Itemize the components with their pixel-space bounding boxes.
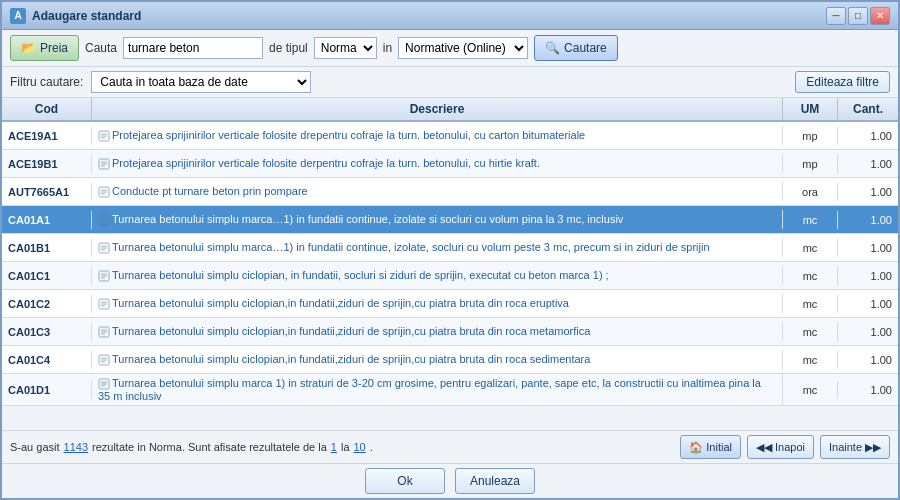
source-combo[interactable]: Normative (Online) bbox=[398, 37, 528, 59]
cell-um: mc bbox=[783, 211, 838, 229]
status-suffix: . bbox=[370, 441, 373, 453]
cell-cod: CA01C2 bbox=[2, 295, 92, 313]
cell-um: mc bbox=[783, 323, 838, 341]
window-icon: A bbox=[10, 8, 26, 24]
cautare-button[interactable]: 🔍 Cautare bbox=[534, 35, 618, 61]
anuleaza-button[interactable]: Anuleaza bbox=[455, 468, 535, 494]
cell-desc: Turnarea betonului simplu marca 1) in st… bbox=[92, 374, 783, 405]
tipo-label: de tipul bbox=[269, 41, 308, 55]
initial-button[interactable]: 🏠 Initial bbox=[680, 435, 741, 459]
table-row[interactable]: ACE19B1 Protejarea sprijinirilor vertica… bbox=[2, 150, 898, 178]
cell-um: mc bbox=[783, 351, 838, 369]
cell-desc: Conducte pt turnare beton prin pompare bbox=[92, 182, 783, 201]
window-controls: ─ □ ✕ bbox=[826, 7, 890, 25]
status-from[interactable]: 1 bbox=[331, 441, 337, 453]
cell-desc: Turnarea betonului simplu ciclopian,in f… bbox=[92, 350, 783, 369]
minimize-button[interactable]: ─ bbox=[826, 7, 846, 25]
col-um: UM bbox=[783, 98, 838, 120]
cell-cant: 1.00 bbox=[838, 381, 898, 399]
in-label: in bbox=[383, 41, 392, 55]
cell-cant: 1.00 bbox=[838, 295, 898, 313]
table-row[interactable]: CA01C2 Turnarea betonului simplu ciclopi… bbox=[2, 290, 898, 318]
cell-cod: CA01A1 bbox=[2, 211, 92, 229]
filter-bar: Filtru cautare: Cauta in toata baza de d… bbox=[2, 67, 898, 98]
cell-desc: Turnarea betonului simplu ciclopian, in … bbox=[92, 266, 783, 285]
back-icon: ◀◀ bbox=[756, 441, 772, 454]
table-container: Cod Descriere UM Cant. ACE19A1 Protejare… bbox=[2, 98, 898, 430]
cell-desc: Protejarea sprijinirilor verticale folos… bbox=[92, 154, 783, 173]
cell-um: ora bbox=[783, 183, 838, 201]
status-count[interactable]: 1143 bbox=[64, 441, 88, 453]
col-cant: Cant. bbox=[838, 98, 898, 120]
cell-cod: CA01D1 bbox=[2, 381, 92, 399]
table-body: ACE19A1 Protejarea sprijinirilor vertica… bbox=[2, 122, 898, 430]
ok-button[interactable]: Ok bbox=[365, 468, 445, 494]
cell-cant: 1.00 bbox=[838, 239, 898, 257]
forward-icon: ▶▶ bbox=[865, 441, 881, 454]
window-title: Adaugare standard bbox=[32, 9, 826, 23]
title-bar: A Adaugare standard ─ □ ✕ bbox=[2, 2, 898, 30]
cell-desc: Turnarea betonului simplu marca…1) in fu… bbox=[92, 238, 783, 257]
table-row[interactable]: CA01C3 Turnarea betonului simplu ciclopi… bbox=[2, 318, 898, 346]
tipo-combo[interactable]: Norma bbox=[314, 37, 377, 59]
maximize-button[interactable]: □ bbox=[848, 7, 868, 25]
toolbar: 📂 Preia Cauta de tipul Norma in Normativ… bbox=[2, 30, 898, 67]
status-middle: rezultate in Norma. Sunt afisate rezulta… bbox=[92, 441, 327, 453]
cell-cod: ACE19A1 bbox=[2, 127, 92, 145]
cell-cant: 1.00 bbox=[838, 351, 898, 369]
table-row[interactable]: ACE19A1 Protejarea sprijinirilor vertica… bbox=[2, 122, 898, 150]
search-icon: 🔍 bbox=[545, 41, 560, 55]
cell-um: mc bbox=[783, 295, 838, 313]
table-row[interactable]: CA01B1 Turnarea betonului simplu marca…1… bbox=[2, 234, 898, 262]
col-cod: Cod bbox=[2, 98, 92, 120]
cell-cant: 1.00 bbox=[838, 211, 898, 229]
table-header: Cod Descriere UM Cant. bbox=[2, 98, 898, 122]
cell-um: mp bbox=[783, 127, 838, 145]
table-row[interactable]: CA01A1 Turnarea betonului simplu marca…1… bbox=[2, 206, 898, 234]
inainte-button[interactable]: Inainte ▶▶ bbox=[820, 435, 890, 459]
cell-cant: 1.00 bbox=[838, 267, 898, 285]
status-sep: la bbox=[341, 441, 350, 453]
filter-combo[interactable]: Cauta in toata baza de date bbox=[91, 71, 311, 93]
home-icon: 🏠 bbox=[689, 441, 703, 454]
status-prefix: S-au gasit bbox=[10, 441, 60, 453]
cell-cod: CA01C1 bbox=[2, 267, 92, 285]
col-desc: Descriere bbox=[92, 98, 783, 120]
close-button[interactable]: ✕ bbox=[870, 7, 890, 25]
main-window: A Adaugare standard ─ □ ✕ 📂 Preia Cauta … bbox=[0, 0, 900, 500]
cell-desc: Turnarea betonului simplu ciclopian,in f… bbox=[92, 322, 783, 341]
cell-um: mc bbox=[783, 381, 838, 399]
cell-um: mc bbox=[783, 239, 838, 257]
cell-desc: Turnarea betonului simplu marca…1) in fu… bbox=[92, 210, 783, 229]
preia-icon: 📂 bbox=[21, 41, 36, 55]
cell-cod: CA01C3 bbox=[2, 323, 92, 341]
cell-cant: 1.00 bbox=[838, 183, 898, 201]
cell-desc: Turnarea betonului simplu ciclopian,in f… bbox=[92, 294, 783, 313]
status-bar: S-au gasit 1143 rezultate in Norma. Sunt… bbox=[2, 430, 898, 463]
preia-button[interactable]: 📂 Preia bbox=[10, 35, 79, 61]
inapoi-button[interactable]: ◀◀ Inapoi bbox=[747, 435, 814, 459]
search-label: Cauta bbox=[85, 41, 117, 55]
edit-filters-button[interactable]: Editeaza filtre bbox=[795, 71, 890, 93]
filter-label: Filtru cautare: bbox=[10, 75, 83, 89]
status-to[interactable]: 10 bbox=[354, 441, 366, 453]
search-input[interactable] bbox=[123, 37, 263, 59]
cell-cod: CA01B1 bbox=[2, 239, 92, 257]
table-row[interactable]: AUT7665A1 Conducte pt turnare beton prin… bbox=[2, 178, 898, 206]
cell-cod: AUT7665A1 bbox=[2, 183, 92, 201]
cell-desc: Protejarea sprijinirilor verticale folos… bbox=[92, 126, 783, 145]
cell-um: mp bbox=[783, 155, 838, 173]
cell-cant: 1.00 bbox=[838, 323, 898, 341]
footer-bar: Ok Anuleaza bbox=[2, 463, 898, 498]
table-row[interactable]: CA01C4 Turnarea betonului simplu ciclopi… bbox=[2, 346, 898, 374]
cell-um: mc bbox=[783, 267, 838, 285]
cell-cod: CA01C4 bbox=[2, 351, 92, 369]
table-row[interactable]: CA01D1 Turnarea betonului simplu marca 1… bbox=[2, 374, 898, 406]
cell-cant: 1.00 bbox=[838, 155, 898, 173]
cell-cant: 1.00 bbox=[838, 127, 898, 145]
cell-cod: ACE19B1 bbox=[2, 155, 92, 173]
table-row[interactable]: CA01C1 Turnarea betonului simplu ciclopi… bbox=[2, 262, 898, 290]
